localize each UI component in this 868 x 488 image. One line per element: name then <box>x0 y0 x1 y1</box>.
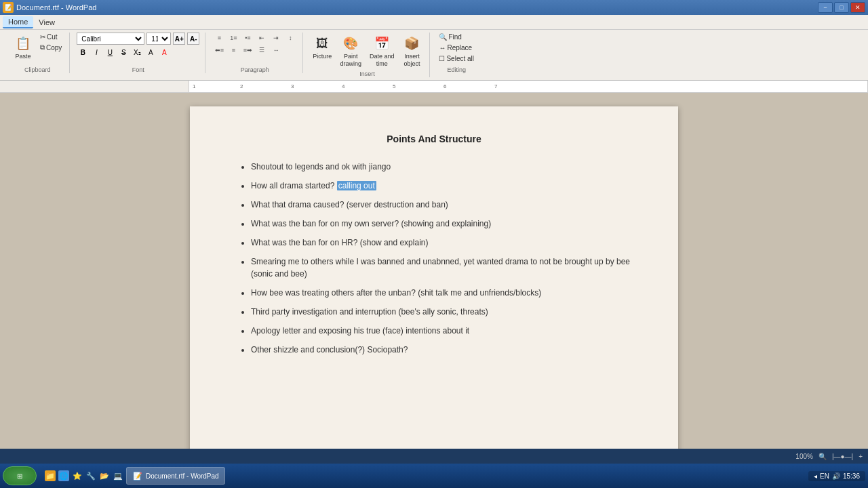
ribbon-font-group: Calibri 11 A+ A- B I U S X₂ A A <box>71 33 205 73</box>
title-bar-left: 📝 Document.rtf - WordPad <box>3 2 96 13</box>
font-controls: Calibri 11 A+ A- B I U S X₂ A A <box>77 33 199 58</box>
zoom-in-button[interactable]: + <box>859 453 863 460</box>
list-item: What was the ban for on my own server? (… <box>251 218 637 230</box>
indent-increase-button[interactable]: ⇥ <box>269 33 283 43</box>
taskbar-quick-6[interactable]: 💻 <box>113 470 123 481</box>
font-content: Calibri 11 A+ A- B I U S X₂ A A <box>77 33 199 65</box>
list-item: Third party investigation and interrupti… <box>251 306 637 318</box>
title-bar-controls: − □ ✕ <box>818 2 865 13</box>
taskbar-wordpad-label: Document.rtf - WordPad <box>146 472 219 480</box>
tray-speaker-icon: 🔊 <box>832 472 840 480</box>
highlight-button[interactable]: A <box>144 46 157 58</box>
maximize-button[interactable]: □ <box>834 2 849 13</box>
decrease-font-button[interactable]: A- <box>187 33 199 45</box>
increase-font-button[interactable]: A+ <box>173 33 185 45</box>
insert-object-button[interactable]: 📦 Insertobject <box>399 33 424 69</box>
find-button[interactable]: 🔍 Find <box>437 33 476 41</box>
select-all-icon: ☐ <box>439 55 445 62</box>
list-item: Shoutout to legends and ok with jiango <box>251 161 637 173</box>
paste-icon: 📋 <box>14 34 33 53</box>
taskbar-quick-1[interactable]: 📁 <box>45 470 56 481</box>
editing-label: Editing <box>447 66 466 73</box>
start-button[interactable]: ⊞ <box>3 466 37 485</box>
align-center-button[interactable]: ≡ <box>226 45 240 56</box>
line-spacing-button[interactable]: ↔ <box>269 45 283 56</box>
paint-button[interactable]: 🎨 Paintdrawing <box>337 33 364 69</box>
system-tray: ◂ EN 🔊 15:36 <box>808 471 865 481</box>
align-justify-button[interactable]: ☰ <box>255 45 269 56</box>
italic-button[interactable]: I <box>90 46 102 58</box>
editing-content: 🔍 Find ↔ Replace ☐ Select all <box>437 33 476 65</box>
font-name-select[interactable]: Calibri <box>77 33 144 45</box>
strikethrough-button[interactable]: S <box>117 46 130 58</box>
clipboard-content: 📋 Paste ✂ Cut ⧉ Copy <box>11 33 64 65</box>
list-item: Other shizzle and conclusion(?) Sociopat… <box>251 344 637 356</box>
para-spacing-button[interactable]: ↕ <box>283 33 297 43</box>
app-icon: 📝 <box>3 2 14 13</box>
subscript-button[interactable]: X₂ <box>131 46 143 58</box>
datetime-button[interactable]: 📅 Date andtime <box>367 33 397 69</box>
align-list-button[interactable]: ≡ <box>212 33 226 43</box>
paint-label: Paintdrawing <box>340 53 361 68</box>
start-icon: ⊞ <box>17 472 22 480</box>
para-group: ≡ 1≡ •≡ ⇤ ⇥ ↕ ⬅≡ ≡ ≡➡ ☰ ↔ <box>212 33 297 56</box>
zoom-icon: 🔍 <box>818 453 827 460</box>
list-item: Smearing me to others while I was banned… <box>251 256 637 280</box>
menu-home[interactable]: Home <box>3 16 33 28</box>
menu-view[interactable]: View <box>33 17 60 28</box>
datetime-icon: 📅 <box>372 34 391 53</box>
taskbar: ⊞ 📁 🌐 ⭐ 🔧 📂 💻 📝 Document.rtf - WordPad ◂… <box>0 464 868 488</box>
tray-lang: EN <box>820 472 829 480</box>
taskbar-wordpad[interactable]: 📝 Document.rtf - WordPad <box>126 467 225 485</box>
insert-object-label: Insertobject <box>403 53 420 68</box>
ribbon-clipboard-group: 📋 Paste ✂ Cut ⧉ Copy Clipboard <box>5 33 70 73</box>
replace-button[interactable]: ↔ Replace <box>437 43 476 52</box>
font-size-select[interactable]: 11 <box>146 33 171 45</box>
picture-icon: 🖼 <box>313 34 332 53</box>
insert-object-icon: 📦 <box>402 34 421 53</box>
cut-button[interactable]: ✂ Cut <box>38 33 64 41</box>
page[interactable]: Points And Structure Shoutout to legends… <box>190 106 678 449</box>
list-item: How bee was treating others after the un… <box>251 287 637 299</box>
taskbar-quick-3[interactable]: ⭐ <box>72 470 83 481</box>
font-label: Font <box>132 66 144 73</box>
close-button[interactable]: ✕ <box>850 2 865 13</box>
taskbar-quick-5[interactable]: 📂 <box>99 470 110 481</box>
list-item: Apology letter and exposing his true (fa… <box>251 325 637 337</box>
minimize-button[interactable]: − <box>818 2 833 13</box>
paste-button[interactable]: 📋 Paste <box>11 33 35 61</box>
align-left-button[interactable]: ⬅≡ <box>212 45 226 56</box>
copy-button[interactable]: ⧉ Copy <box>38 43 64 52</box>
font-color-button[interactable]: A <box>158 46 170 58</box>
underline-button[interactable]: U <box>104 46 116 58</box>
bullet-list-button[interactable]: •≡ <box>241 33 254 43</box>
bullet-list: Shoutout to legends and ok with jiango H… <box>231 161 637 356</box>
highlighted-text: calling out <box>337 181 376 190</box>
align-right-button[interactable]: ≡➡ <box>241 45 254 56</box>
cut-icon: ✂ <box>40 33 45 41</box>
zoom-slider[interactable]: |—●—| <box>832 453 853 460</box>
ribbon-editing-group: 🔍 Find ↔ Replace ☐ Select all Editing <box>431 33 481 73</box>
numbered-list-button[interactable]: 1≡ <box>226 33 240 43</box>
copy-icon: ⧉ <box>40 43 45 52</box>
select-all-button[interactable]: ☐ Select all <box>437 54 476 63</box>
ribbon: 📋 Paste ✂ Cut ⧉ Copy Clipboard <box>0 30 868 81</box>
taskbar-quick-2[interactable]: 🌐 <box>58 470 69 481</box>
list-item: How all drama started? calling out <box>251 180 637 192</box>
list-item: What was the ban for on HR? (show and ex… <box>251 237 637 249</box>
indent-decrease-button[interactable]: ⇤ <box>255 33 269 43</box>
insert-label: Insert <box>359 70 375 77</box>
taskbar-quick-4[interactable]: 🔧 <box>85 470 96 481</box>
font-row-1: Calibri 11 A+ A- <box>77 33 199 45</box>
tray-triangle[interactable]: ◂ <box>814 472 817 480</box>
paragraph-content: ≡ 1≡ •≡ ⇤ ⇥ ↕ ⬅≡ ≡ ≡➡ ☰ ↔ <box>212 33 297 65</box>
page-title: Points And Structure <box>231 134 637 144</box>
clipboard-label: Clipboard <box>24 66 51 73</box>
picture-button[interactable]: 🖼 Picture <box>310 33 334 61</box>
status-bar: 100% 🔍 |—●—| + <box>0 449 868 464</box>
wordpad-icon: 📝 <box>132 470 143 481</box>
font-format-row: B I U S X₂ A A <box>77 46 199 58</box>
tray-time: 15:36 <box>843 472 860 480</box>
bold-button[interactable]: B <box>77 46 89 58</box>
title-bar-text: Document.rtf - WordPad <box>16 3 96 12</box>
